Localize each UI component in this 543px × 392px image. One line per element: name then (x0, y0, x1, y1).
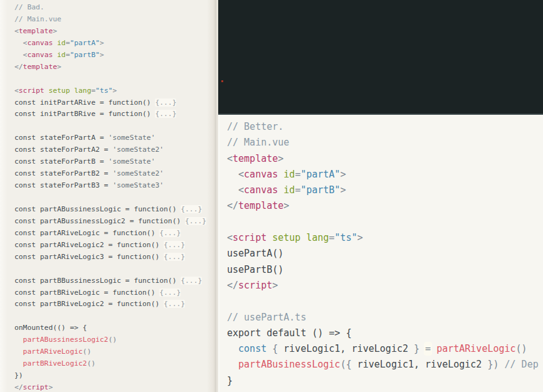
code-line: const stateForPartA2 = 'someState2' (14, 144, 216, 156)
code-token-plain (14, 336, 23, 344)
code-token-tag: canvas (244, 184, 278, 196)
code-token-punct: } (414, 343, 419, 354)
code-token-plain: const stateForPartB = (14, 157, 108, 166)
code-token-plain (266, 343, 272, 354)
code-token-tag: script (23, 383, 49, 391)
code-line (227, 294, 543, 309)
code-token-strblue: "partA" (70, 39, 100, 47)
code-token-ell: {...} (185, 217, 206, 225)
code-token-plain (227, 359, 238, 370)
code-token-call: partABussinessLogic2 (23, 336, 108, 344)
code-token-plain (227, 169, 238, 180)
good-code-pane: // Better.// Main.vue<template> <canvas … (218, 115, 543, 392)
code-token-plain: }) (14, 371, 23, 379)
code-line: const partABussinessLogic = function() {… (14, 204, 216, 216)
code-token-punct: < (238, 184, 244, 196)
bad-code-pane: // Bad.// Main.vue<template> <canvas id=… (0, 0, 216, 392)
code-token-punct: () (108, 336, 117, 344)
code-token-plain: const partARiveLogic3 = function() (14, 253, 164, 261)
code-token-comment: // Dep (505, 359, 539, 370)
code-token-plain: riveLogic1, riveLogic2 (278, 343, 414, 354)
code-token-plain (419, 343, 425, 354)
code-token-punct: > (272, 280, 278, 291)
code-line: </script> (227, 278, 543, 294)
code-token-plain: usePartB() (227, 264, 283, 275)
code-token-strblue: "partB" (70, 51, 100, 59)
code-token-punct: > (340, 184, 346, 196)
code-line (14, 73, 216, 85)
code-line: partABussinessLogic2() (14, 334, 216, 346)
code-token-plain: const stateForPartA2 = (14, 146, 112, 154)
code-token-plain (278, 169, 283, 180)
code-token-tag: template (233, 153, 278, 164)
code-token-plain (431, 343, 436, 354)
code-token-strblue: "partB" (300, 184, 340, 196)
code-token-plain: const initPartARive = function() (14, 98, 155, 107)
code-line: usePartA() (227, 246, 543, 262)
code-line: <canvas id="partB"> (227, 183, 543, 198)
code-line: </template> (14, 61, 216, 73)
code-token-plain (278, 184, 283, 196)
code-token-plain: onMounted(() => { (14, 324, 87, 332)
code-line: const { riveLogic1, riveLogic2 } = partA… (227, 341, 543, 357)
code-line: const partBRiveLogic2 = function() {...} (14, 299, 216, 310)
code-token-attr: id (57, 39, 66, 47)
code-token-punct: > (340, 169, 346, 180)
code-line (14, 310, 216, 322)
code-token-punct: </ (14, 63, 23, 71)
code-token-ell: {...} (181, 205, 202, 213)
code-line: usePartB() (227, 262, 543, 278)
code-token-tag: template (23, 63, 57, 71)
code-line: onMounted(() => { (14, 322, 216, 334)
code-line: const stateForPartB2 = 'someState2' (14, 168, 216, 180)
code-line: // Main.vue (14, 14, 216, 26)
code-token-punct: > (53, 27, 57, 35)
code-token-strblue: "partA" (300, 169, 340, 180)
code-line (14, 263, 216, 275)
red-indicator-dot (221, 80, 223, 82)
code-line (14, 120, 216, 132)
code-line: // usePartA.ts (227, 310, 543, 326)
code-token-punct: > (100, 51, 104, 59)
code-token-tag: template (238, 200, 283, 211)
code-token-plain (499, 359, 505, 370)
code-line: const stateForPartA = 'someState' (14, 132, 216, 144)
code-token-punct: ({ (340, 359, 352, 370)
code-token-plain (227, 343, 238, 354)
code-token-punct: }) (487, 359, 498, 370)
code-token-plain (14, 347, 23, 356)
code-token-punct: = (329, 232, 335, 243)
code-line: <template> (14, 26, 216, 38)
code-token-comment: // Main.vue (227, 137, 289, 148)
code-token-ell: {...} (181, 277, 202, 285)
code-token-punct: < (227, 153, 233, 164)
code-line: const stateForPartB = 'someState' (14, 156, 216, 168)
code-token-strgray: 'someState3' (112, 181, 164, 189)
code-token-tag: script (19, 87, 45, 95)
code-comparison-figure: { "colors": { "left_pane_bg": "#f2f0ea",… (0, 0, 543, 392)
code-line: partABusinessLogic({ riveLogic1, riveLog… (227, 357, 543, 373)
code-token-plain: const initPartBRive = function() (14, 110, 155, 118)
code-token-ell: {...} (159, 229, 181, 237)
code-line: const partBBussinessLogic = function() {… (14, 275, 216, 287)
code-token-punct: () (83, 347, 92, 356)
code-token-comment: // Main.vue (14, 15, 61, 23)
code-token-punct: { (272, 343, 278, 354)
code-token-tag: canvas (27, 51, 53, 59)
code-token-plain (14, 359, 23, 368)
code-token-comment: // Bad. (14, 3, 45, 11)
code-token-punct: () (516, 343, 527, 354)
code-token-punct: > (100, 39, 104, 47)
code-token-kw: const (238, 343, 266, 354)
code-line: const partARiveLogic3 = function() {...} (14, 252, 216, 263)
code-token-ell: {...} (164, 253, 185, 261)
code-token-plain (14, 51, 23, 59)
code-token-strblue: "ts" (95, 87, 112, 95)
code-token-plain: const partBBussinessLogic = function() (14, 277, 181, 285)
code-line: export default () => { (227, 326, 543, 341)
code-token-ell: {...} (155, 98, 176, 107)
code-token-call: partBRiveLogic2 (23, 359, 87, 368)
code-token-attr: id (283, 169, 295, 180)
code-token-plain: } (227, 375, 233, 386)
code-line (14, 192, 216, 204)
